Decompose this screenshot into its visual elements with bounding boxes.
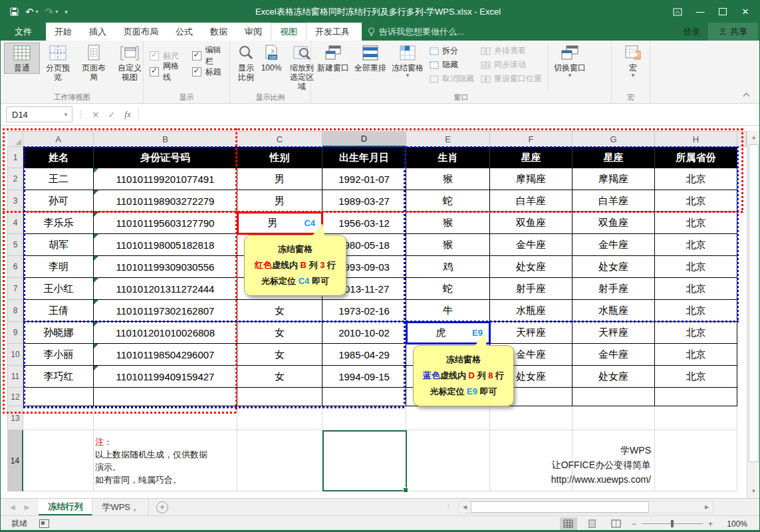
cell-E13[interactable]: [406, 406, 490, 430]
checkbox-formula-bar[interactable]: 编辑栏: [192, 48, 224, 64]
tab-home[interactable]: 开始: [46, 23, 80, 41]
cell-A6[interactable]: 李明: [23, 256, 94, 278]
page-break-preview-button[interactable]: 分页预览: [40, 43, 76, 83]
cell-D11[interactable]: 1994-09-15: [322, 366, 406, 388]
fill-handle[interactable]: [403, 487, 408, 493]
cell-D10[interactable]: 1985-04-29: [322, 344, 406, 366]
page-layout-view-button[interactable]: 页面布局: [76, 43, 112, 83]
cell-B1[interactable]: 身份证号码: [94, 147, 237, 168]
cell-F1[interactable]: 星座: [490, 147, 572, 168]
view-page-layout-icon[interactable]: [584, 517, 601, 531]
zoom-slider[interactable]: − +: [632, 519, 713, 529]
cell-C10[interactable]: 女: [237, 344, 322, 366]
cell-C13[interactable]: [237, 406, 322, 430]
cell-C1[interactable]: 性别: [237, 147, 322, 168]
zoom-button[interactable]: 显示比例: [233, 43, 259, 83]
maximize-button[interactable]: [711, 3, 734, 21]
column-header-C[interactable]: C: [237, 131, 322, 147]
row-header-13[interactable]: 13: [7, 406, 23, 430]
cell-G9[interactable]: 天秤座: [572, 322, 655, 344]
cell-C8[interactable]: 女: [237, 300, 322, 322]
cell-B7[interactable]: 110101201311272444: [94, 278, 237, 300]
cell-H3[interactable]: 北京: [655, 190, 737, 212]
view-page-break-icon[interactable]: [608, 517, 625, 531]
cell-F7[interactable]: 射手座: [490, 278, 572, 300]
row-header-8[interactable]: 8: [7, 300, 23, 322]
row-header-3[interactable]: 3: [7, 190, 23, 212]
tell-me-box[interactable]: 告诉我您想要做什么...: [358, 23, 473, 41]
tab-formulas[interactable]: 公式: [167, 23, 201, 41]
row-header-11[interactable]: 11: [7, 366, 23, 388]
cell-E6[interactable]: 鸡: [406, 256, 490, 278]
cell-G2[interactable]: 摩羯座: [572, 168, 655, 190]
cell-E2[interactable]: 猴: [406, 168, 490, 190]
column-header-F[interactable]: F: [490, 131, 572, 147]
checkbox-gridlines[interactable]: 网格线: [150, 64, 182, 80]
zoom-out-icon[interactable]: −: [632, 519, 636, 529]
active-cell-d14[interactable]: [322, 430, 407, 491]
cell-A3[interactable]: 孙可: [23, 190, 94, 212]
cell-F9[interactable]: 天秤座: [490, 322, 572, 344]
cell-G4[interactable]: 双鱼座: [572, 212, 655, 234]
cell-B13[interactable]: [94, 406, 237, 430]
customize-qat-icon[interactable]: ▾: [64, 9, 68, 15]
zoom-100-button[interactable]: 100 100%: [259, 43, 284, 74]
macros-dropdown-icon[interactable]: ▼: [630, 73, 636, 78]
cell-E1[interactable]: 生肖: [406, 147, 490, 168]
column-header-D[interactable]: D: [322, 131, 406, 147]
tab-file[interactable]: 文件: [1, 23, 46, 41]
cell-H7[interactable]: 北京: [655, 278, 737, 300]
cell-F8[interactable]: 水瓶座: [490, 300, 572, 322]
cell-E8[interactable]: 牛: [406, 300, 490, 322]
cell-D1[interactable]: 出生年月日: [322, 147, 406, 168]
cell-D2[interactable]: 1992-01-07: [322, 168, 406, 190]
cell-A10[interactable]: 李小丽: [23, 344, 94, 366]
cell-F3[interactable]: 白羊座: [490, 190, 572, 212]
column-header-E[interactable]: E: [406, 131, 490, 147]
cell-B2[interactable]: 110101199201077491: [94, 168, 237, 190]
horizontal-scrollbar-thumb[interactable]: [471, 501, 649, 513]
column-header-B[interactable]: B: [94, 131, 237, 147]
cell-F2[interactable]: 摩羯座: [490, 168, 572, 190]
row-header-14[interactable]: 14: [7, 430, 23, 491]
ribbon-display-options-icon[interactable]: [666, 3, 689, 21]
cell-E5[interactable]: 猴: [406, 234, 490, 256]
cell-G12[interactable]: [572, 388, 655, 406]
cell-B12[interactable]: [94, 388, 237, 406]
normal-view-button[interactable]: 普通: [4, 43, 40, 74]
cell-G6[interactable]: 处女座: [572, 256, 655, 278]
cell-G10[interactable]: 金牛座: [572, 344, 655, 366]
collapse-ribbon-icon[interactable]: [744, 92, 750, 98]
close-button[interactable]: ✕: [734, 3, 757, 21]
cell-D3[interactable]: 1989-03-27: [322, 190, 406, 212]
cell-G3[interactable]: 白羊座: [572, 190, 655, 212]
cell-A8[interactable]: 王倩: [23, 300, 94, 322]
cell-C11[interactable]: 女: [237, 366, 322, 388]
cell-B11[interactable]: 110101199409159427: [94, 366, 237, 388]
hide-button[interactable]: 隐藏: [426, 58, 477, 72]
name-box[interactable]: D14 ▼: [6, 106, 72, 122]
new-window-button[interactable]: 新建窗口: [315, 43, 352, 74]
cell-H2[interactable]: 北京: [655, 168, 737, 190]
redo-icon[interactable]: ↷: [45, 7, 54, 17]
cell-G1[interactable]: 星座: [572, 147, 655, 168]
tab-view[interactable]: 视图: [271, 23, 307, 41]
cell-H12[interactable]: [655, 388, 737, 406]
undo-dropdown-icon[interactable]: ▾: [36, 9, 39, 15]
freeze-panes-button[interactable]: 冻结窗格 ▼: [389, 43, 426, 80]
cell-H14[interactable]: [655, 430, 737, 491]
cell-H13[interactable]: [655, 406, 737, 430]
zoom-percentage[interactable]: 100%: [719, 519, 747, 529]
cell-G7[interactable]: 射手座: [572, 278, 655, 300]
cell-D8[interactable]: 1973-02-16: [322, 300, 406, 322]
horizontal-scrollbar[interactable]: ◀ ▶: [458, 501, 713, 513]
scroll-up-icon[interactable]: ▲: [747, 131, 760, 143]
scroll-left-icon[interactable]: ◀: [459, 501, 471, 513]
cell-B4[interactable]: 110101195603127790: [94, 212, 237, 234]
cancel-entry-icon[interactable]: ✕: [88, 110, 104, 120]
sign-in-button[interactable]: 登录: [675, 23, 708, 41]
cell-A2[interactable]: 王二: [23, 168, 94, 190]
cell-F4[interactable]: 双鱼座: [490, 212, 572, 234]
cell-A1[interactable]: 姓名: [23, 147, 94, 168]
row-header-4[interactable]: 4: [7, 212, 23, 234]
